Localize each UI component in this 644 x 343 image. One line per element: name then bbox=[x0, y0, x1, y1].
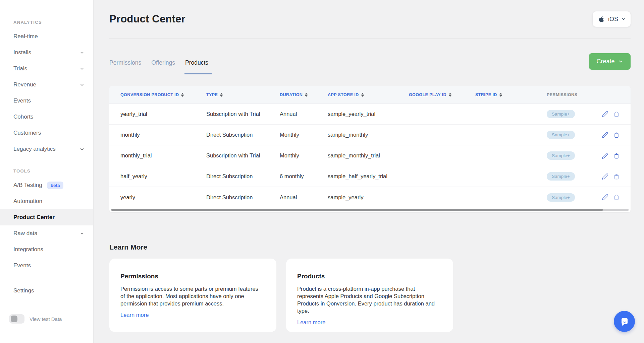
learn-more-cards: PermissionsPermission is access to some … bbox=[109, 259, 631, 332]
products-table: QONVERSION PRODUCT IDTYPEDURATIONAPP STO… bbox=[109, 86, 631, 212]
sidebar-item-events[interactable]: Events bbox=[0, 93, 93, 109]
sidebar-item-real-time[interactable]: Real-time bbox=[0, 28, 93, 45]
sidebar-item-label: Integrations bbox=[13, 246, 43, 253]
sort-icon bbox=[499, 93, 502, 97]
sidebar-item-settings[interactable]: Settings bbox=[0, 283, 93, 299]
delete-button[interactable] bbox=[613, 194, 620, 201]
chat-widget-button[interactable] bbox=[614, 311, 635, 332]
sidebar-item-trials[interactable]: Trials bbox=[0, 61, 93, 77]
sidebar-item-raw-data[interactable]: Raw data bbox=[0, 225, 93, 242]
sidebar-item-label: Revenue bbox=[13, 81, 36, 88]
main-content: Product Center iOS PermissionsOfferingsP… bbox=[94, 0, 644, 343]
cell-permissions: Sample+ bbox=[547, 131, 600, 139]
cell-type: Subscription with Trial bbox=[206, 152, 280, 159]
permission-badge: Sample+ bbox=[547, 151, 575, 160]
scrollbar-track[interactable] bbox=[111, 209, 629, 211]
sidebar-item-label: Cohorts bbox=[13, 114, 34, 120]
cell-type: Direct Subscription bbox=[206, 173, 280, 180]
cell-id: yearly_trial bbox=[109, 111, 206, 117]
sidebar-item-label: Automation bbox=[13, 198, 42, 205]
horizontal-scrollbar bbox=[109, 208, 631, 212]
column-header-stripe-id[interactable]: STRIPE ID bbox=[475, 92, 547, 97]
column-header-app-store-id[interactable]: APP STORE ID bbox=[328, 92, 409, 97]
sidebar-item-label: Events bbox=[13, 97, 31, 104]
apple-icon bbox=[598, 16, 605, 23]
tab-offerings[interactable]: Offerings bbox=[151, 59, 175, 74]
column-header-label: APP STORE ID bbox=[328, 92, 359, 97]
column-header-label: DURATION bbox=[280, 92, 303, 97]
column-header-label: GOOGLE PLAY ID bbox=[409, 92, 446, 97]
cell-app-store-id: sample_monthly_trial bbox=[328, 152, 409, 159]
sidebar-item-legacy-analytics[interactable]: Legacy analytics bbox=[0, 141, 93, 157]
sidebar-item-integrations[interactable]: Integrations bbox=[0, 242, 93, 258]
edit-button[interactable] bbox=[602, 152, 608, 159]
sidebar-item-product-center[interactable]: Product Center bbox=[0, 209, 93, 225]
sidebar-item-events[interactable]: Events bbox=[0, 258, 93, 274]
column-header-duration[interactable]: DURATION bbox=[280, 92, 328, 97]
view-test-data-toggle[interactable] bbox=[9, 314, 24, 324]
test-data-toggle-row: View test Data bbox=[9, 314, 62, 324]
chevron-down-icon bbox=[79, 147, 85, 152]
column-header-qonversion-product-id[interactable]: QONVERSION PRODUCT ID bbox=[109, 92, 206, 97]
chevron-down-icon bbox=[79, 82, 85, 87]
learn-card-permissions: PermissionsPermission is access to some … bbox=[109, 259, 276, 332]
tab-permissions[interactable]: Permissions bbox=[109, 59, 141, 74]
permission-badge: Sample+ bbox=[547, 110, 575, 118]
chat-bubble-icon bbox=[619, 316, 630, 327]
create-button[interactable]: Create bbox=[589, 53, 631, 70]
learn-more-link[interactable]: Learn more bbox=[120, 312, 149, 318]
cell-duration: 6 monthly bbox=[280, 173, 328, 180]
edit-button[interactable] bbox=[602, 132, 608, 138]
cell-actions bbox=[600, 132, 631, 138]
cell-app-store-id: sample_monthly bbox=[328, 132, 409, 138]
edit-button[interactable] bbox=[602, 111, 608, 118]
chevron-down-icon bbox=[79, 231, 85, 236]
column-header-permissions: PERMISSIONS bbox=[547, 92, 600, 97]
sidebar-item-automation[interactable]: Automation bbox=[0, 193, 93, 209]
sidebar-item-label: Customers bbox=[13, 130, 41, 136]
cell-permissions: Sample+ bbox=[547, 172, 600, 181]
sidebar-item-label: A/B Testing bbox=[13, 182, 42, 189]
cell-actions bbox=[600, 173, 631, 180]
table-row-yearly: yearlyDirect SubscriptionAnnualsample_ye… bbox=[109, 187, 631, 208]
table-row-yearly-trial: yearly_trialSubscription with TrialAnnua… bbox=[109, 104, 631, 125]
delete-button[interactable] bbox=[613, 111, 620, 118]
platform-selector[interactable]: iOS bbox=[593, 11, 631, 27]
cell-actions bbox=[600, 194, 631, 201]
cell-id: monthly bbox=[109, 132, 206, 138]
sidebar-section-label-tools: Tools bbox=[0, 168, 93, 174]
column-header-google-play-id[interactable]: GOOGLE PLAY ID bbox=[409, 92, 475, 97]
sidebar-item-installs[interactable]: Installs bbox=[0, 45, 93, 61]
edit-button[interactable] bbox=[602, 194, 608, 201]
delete-button[interactable] bbox=[613, 173, 620, 180]
learn-card-title: Products bbox=[297, 273, 440, 280]
delete-button[interactable] bbox=[613, 132, 620, 138]
tabs-bar: PermissionsOfferingsProducts bbox=[109, 39, 631, 74]
toggle-label: View test Data bbox=[30, 316, 62, 322]
column-header-type[interactable]: TYPE bbox=[206, 92, 280, 97]
chevron-down-icon bbox=[79, 66, 85, 71]
cell-duration: Monthly bbox=[280, 152, 328, 159]
scrollbar-thumb[interactable] bbox=[111, 209, 603, 211]
learn-more-link[interactable]: Learn more bbox=[297, 319, 325, 326]
column-header-label: TYPE bbox=[206, 92, 218, 97]
column-header-label: STRIPE ID bbox=[475, 92, 497, 97]
sidebar-item-revenue[interactable]: Revenue bbox=[0, 77, 93, 93]
column-header-label: QONVERSION PRODUCT ID bbox=[120, 92, 179, 97]
sidebar-item-label: Product Center bbox=[13, 214, 55, 221]
sidebar-item-customers[interactable]: Customers bbox=[0, 125, 93, 141]
sidebar-item-label: Events bbox=[13, 262, 31, 269]
sort-icon bbox=[361, 93, 364, 97]
sidebar-item-label: Installs bbox=[13, 49, 31, 56]
tab-products[interactable]: Products bbox=[185, 59, 208, 74]
sidebar-item-cohorts[interactable]: Cohorts bbox=[0, 109, 93, 125]
cell-app-store-id: sample_yearly_trial bbox=[328, 111, 409, 117]
sidebar-item-a-b-testing[interactable]: A/B Testingbeta bbox=[0, 177, 93, 193]
edit-button[interactable] bbox=[602, 173, 608, 180]
cell-duration: Annual bbox=[280, 194, 328, 201]
cell-type: Direct Subscription bbox=[206, 194, 280, 201]
sidebar-item-label: Raw data bbox=[13, 230, 38, 237]
create-button-label: Create bbox=[596, 58, 614, 65]
cell-app-store-id: sample_yearly bbox=[328, 194, 409, 201]
delete-button[interactable] bbox=[613, 152, 620, 159]
